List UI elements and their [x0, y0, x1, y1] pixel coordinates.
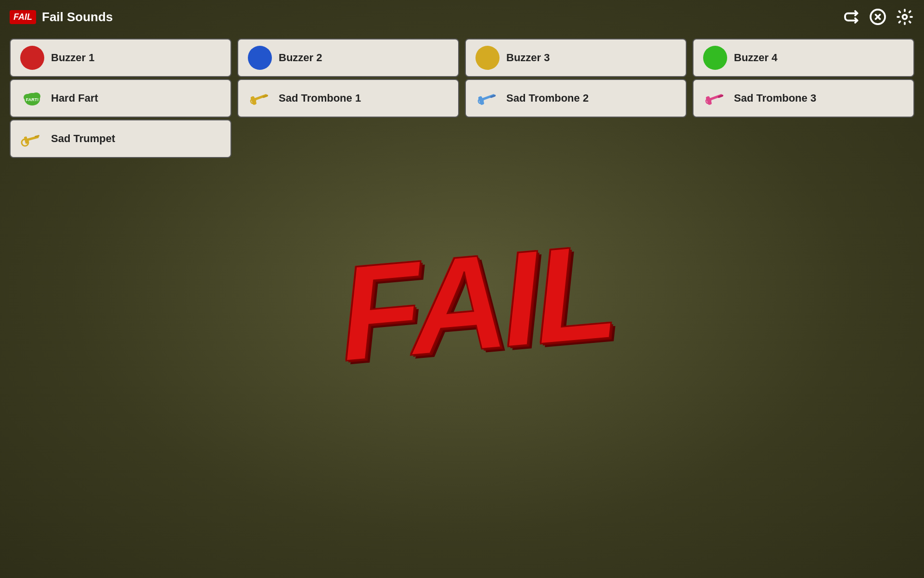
sad-trombone3-label: Sad Trombone 3: [734, 92, 816, 105]
svg-point-3: [903, 15, 907, 19]
fail-text: FAIL: [334, 223, 617, 381]
sad-trombone1-icon: [248, 86, 272, 110]
sad-trombone3-icon: [703, 86, 727, 110]
sounds-grid: Buzzer 1 Buzzer 2 Buzzer 3 Buzzer 4 FART…: [0, 34, 924, 163]
buzzer1-label: Buzzer 1: [51, 52, 94, 64]
buzzer4-button[interactable]: Buzzer 4: [693, 39, 914, 77]
buzzer4-icon: [703, 46, 727, 70]
buzzer1-button[interactable]: Buzzer 1: [10, 39, 231, 77]
close-button[interactable]: [868, 7, 887, 26]
settings-button[interactable]: [895, 7, 914, 26]
buzzer2-button[interactable]: Buzzer 2: [237, 39, 459, 77]
buzzer3-button[interactable]: Buzzer 3: [465, 39, 687, 77]
fail-text-display: FAIL: [334, 223, 617, 381]
buzzer1-icon: [20, 46, 44, 70]
buzzer2-label: Buzzer 2: [279, 52, 322, 64]
buzzer3-label: Buzzer 3: [506, 52, 550, 64]
app-logo: FAIL: [10, 10, 36, 24]
buzzer3-icon: [475, 46, 500, 70]
sad-trumpet-icon: [20, 127, 44, 151]
sad-trombone1-label: Sad Trombone 1: [279, 92, 361, 105]
sad-trombone2-label: Sad Trombone 2: [506, 92, 589, 105]
header: FAIL Fail Sounds: [0, 0, 924, 34]
sad-trombone1-button[interactable]: Sad Trombone 1: [237, 79, 459, 118]
sad-trombone2-icon: [475, 86, 500, 110]
sad-trumpet-label: Sad Trumpet: [51, 132, 115, 145]
hard-fart-button[interactable]: FART! Hard Fart: [10, 79, 231, 118]
svg-text:FART!: FART!: [26, 97, 39, 102]
sad-trumpet-button[interactable]: Sad Trumpet: [10, 119, 231, 158]
header-right: [841, 7, 914, 26]
buzzer2-icon: [248, 46, 272, 70]
hard-fart-label: Hard Fart: [51, 92, 98, 105]
buzzer4-label: Buzzer 4: [734, 52, 777, 64]
hard-fart-icon: FART!: [20, 86, 44, 110]
header-left: FAIL Fail Sounds: [10, 10, 113, 25]
shuffle-button[interactable]: [841, 7, 860, 26]
sad-trombone2-button[interactable]: Sad Trombone 2: [465, 79, 687, 118]
app-title: Fail Sounds: [42, 10, 113, 25]
sad-trombone3-button[interactable]: Sad Trombone 3: [693, 79, 914, 118]
